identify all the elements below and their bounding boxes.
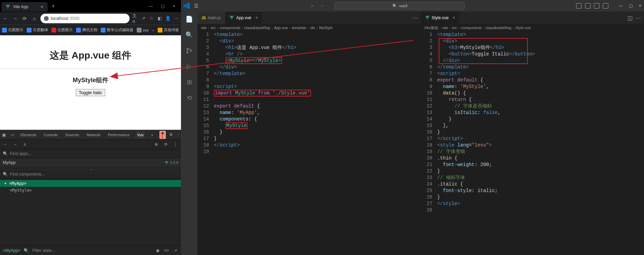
share-icon[interactable]: ↗ [141,16,146,21]
bookmark-item[interactable]: 数学公式编辑器 [101,27,133,33]
bookmark-item[interactable]: 亿图图示 [2,27,23,33]
target-icon[interactable]: ⊕ [154,142,159,147]
bookmark-item[interactable]: 亿图图示 [51,27,73,33]
settings-icon[interactable]: ⚙ [169,132,173,137]
vscode-body: 📄 🔍 ▷ ⊞ ⟲ JS main.js App.vue × [181,12,644,255]
editor-group-2: Style.vue × ◫ ⋯ Vite基础 › vite › src › co… [421,12,644,255]
components-icon[interactable]: ⅄ [22,142,27,147]
refresh-icon[interactable]: ⟳ [163,142,169,147]
close-button[interactable]: × [171,4,177,9]
js-icon: JS [202,16,206,20]
tree-node-root[interactable]: ▾ <MyApp> [0,180,181,187]
vscode-titlebar: ☰ ← → 🔍vue3 — ▢ × [181,0,644,12]
devtools-tab-console[interactable]: Console [42,131,59,139]
profile-icon[interactable]: 👤 [165,16,171,21]
app-row[interactable]: MyApp 3.3.4 [0,158,181,167]
error-badge[interactable]: ◉ 1 [159,131,166,139]
layout-icon[interactable] [594,3,599,9]
minimize-button[interactable]: — [619,3,623,8]
code-editor-1[interactable]: 12345678910111213141516171819 <template>… [197,31,421,255]
browser-tab[interactable]: Vite App × [1,2,48,12]
split-handle[interactable]: ▴ [0,167,181,170]
back-button[interactable]: ← [2,15,9,22]
layout-customize-icon[interactable] [603,3,608,9]
code-editor-2[interactable]: 1234567891011121314151617181920212223242… [421,31,644,255]
debug-icon[interactable]: ▷ [185,62,193,71]
star-icon[interactable]: ☆ [149,16,154,21]
popout-icon[interactable]: ↗ [173,248,178,253]
devtools-tab-network[interactable]: Network [85,131,102,139]
bookmarks-bar: 亿图图示 百度翻译 亿图图示 腾讯文档 数学公式编辑器 zyx » 其他书签 [0,25,181,35]
svg-point-0 [187,48,188,50]
toggle-italic-button[interactable]: Toggle Italic [76,89,106,96]
menu-icon[interactable]: ⋯ [173,16,179,21]
device-icon[interactable]: ▭ [11,132,14,138]
site-info-icon[interactable] [44,16,49,21]
forward-button[interactable]: → [12,15,19,22]
nav-back-icon[interactable]: ← [311,3,315,8]
hamburger-icon[interactable]: ☰ [194,3,199,9]
search-icon: 🔍 [392,4,397,8]
split-icon[interactable]: ◫ [628,15,633,21]
git-icon[interactable] [185,47,193,55]
vite-icon [5,4,10,9]
back-icon[interactable]: ← [3,142,8,147]
extension-icon[interactable]: ◧ [157,16,162,21]
bookmark-item[interactable]: zyx [137,28,149,33]
filter-state-input[interactable]: Filter state... [32,248,55,253]
inspect-icon[interactable]: ▣ [2,132,6,138]
browser-toolbar: ← → ⟳ ⌂ localhost:3000 文A ↗ ☆ ◧ 👤 ⋯ [0,12,181,25]
forward-icon[interactable]: → [12,142,18,147]
more-icon[interactable]: ⋮ [173,142,178,147]
bookmark-folder[interactable]: 其他书签 [158,27,179,33]
find-components-search[interactable]: 🔍 Find components... [0,170,181,179]
vue-icon [229,16,234,20]
breadcrumb-2[interactable]: Vite基础 › vite › src › components › class… [421,24,644,31]
devtools-tab-more[interactable]: » [150,131,155,139]
tree-node-child[interactable]: <MyStyle> [0,187,181,194]
bookmark-item[interactable]: 百度翻译 [27,27,48,33]
maximize-button[interactable]: ▢ [160,4,165,9]
devtools-tab-vue[interactable]: Vue [136,131,145,139]
url-bar[interactable]: localhost:3000 [40,14,130,23]
more-icon[interactable]: ⋯ [412,15,418,21]
devtools-tab-performance[interactable]: Performance [107,131,131,139]
remote-icon[interactable]: ⟲ [185,94,193,102]
devtools-menu-icon[interactable]: ⋮ [176,132,180,137]
translate-icon[interactable]: 文A [132,16,138,21]
tab-style-vue[interactable]: Style.vue × [421,12,460,24]
breadcrumb-1[interactable]: vite › src › components › class&styleReg… [197,24,421,31]
tab-app-vue[interactable]: App.vue × [225,12,262,24]
devtools-tabs: ▣ ▭ Elements Console Sources Network Per… [0,130,181,140]
home-button[interactable]: ⌂ [31,15,38,22]
eye-icon[interactable]: ◉ [155,248,160,253]
divider [0,68,181,68]
explorer-icon[interactable]: 📄 [185,15,193,23]
tab-close-icon[interactable]: × [453,15,455,20]
more-icon[interactable]: ⋯ [635,15,641,21]
extensions-icon[interactable]: ⊞ [185,78,193,86]
search-icon[interactable]: 🔍 [185,31,193,39]
minimize-button[interactable]: — [148,4,154,9]
bookmark-item[interactable]: 腾讯文档 [76,27,97,33]
layout-icon[interactable] [576,3,582,9]
tab-close-icon[interactable]: × [40,4,43,10]
reload-button[interactable]: ⟳ [21,15,28,22]
maximize-button[interactable]: ▢ [629,3,633,8]
search-icon: 🔍 [3,151,8,156]
layout-icon[interactable] [585,3,591,9]
command-center-search[interactable]: 🔍vue3 [335,2,465,10]
tab-close-icon[interactable]: × [255,15,258,20]
close-button[interactable]: × [639,3,641,8]
devtools-panel: ▣ ▭ Elements Console Sources Network Per… [0,130,181,255]
search-icon: 🔍 [24,248,29,253]
tab-add-button[interactable]: + [52,3,55,9]
tabbar-2: Style.vue × ◫ ⋯ [421,12,644,24]
devtools-tab-sources[interactable]: Sources [64,131,80,139]
nav-forward-icon[interactable]: → [320,3,324,8]
find-apps-search[interactable]: 🔍 Find apps... [0,149,181,158]
editor-group-1: JS main.js App.vue × ⋯ vite › src › comp… [197,12,421,255]
tab-main-js[interactable]: JS main.js [197,12,225,24]
devtools-tab-elements[interactable]: Elements [19,131,38,139]
code-icon[interactable]: <> [164,248,169,253]
